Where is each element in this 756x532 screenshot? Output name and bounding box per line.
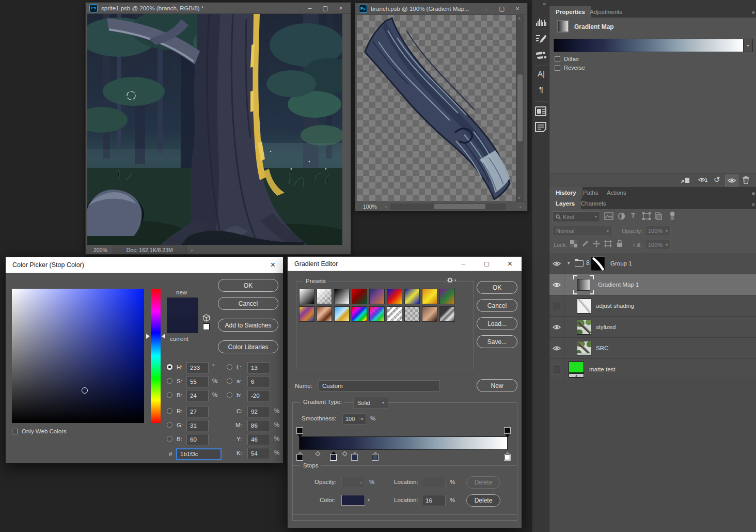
layer-row-group1[interactable]: ▾ 8 Group 1 xyxy=(549,253,756,274)
color-field[interactable] xyxy=(12,289,144,423)
color-stop-0[interactable] xyxy=(297,455,303,460)
b-radio[interactable] xyxy=(167,392,172,398)
visibility-toggle[interactable] xyxy=(549,359,564,380)
r-input[interactable]: 27 xyxy=(186,406,209,417)
filter-toggle[interactable] xyxy=(669,211,675,222)
gradient-preset-swatch[interactable] xyxy=(317,289,332,304)
load-button[interactable]: Load... xyxy=(477,317,517,330)
dither-checkbox[interactable] xyxy=(555,56,560,62)
b2-input[interactable]: 60 xyxy=(186,434,209,445)
character-panel-icon[interactable]: A| xyxy=(532,69,550,82)
layer-comps-panel-icon[interactable] xyxy=(535,106,547,119)
doc-info[interactable]: Doc: 162.1K/8.23M xyxy=(113,245,187,254)
layer-thumbnail[interactable] xyxy=(577,341,591,356)
visibility-toggle[interactable] xyxy=(549,274,564,295)
tab-channels[interactable]: Channels xyxy=(575,198,612,209)
panel-menu-icon[interactable]: ≡ xyxy=(752,201,754,207)
gradient-picker-dropdown[interactable]: ▾ xyxy=(744,39,753,52)
g-radio[interactable] xyxy=(167,422,172,428)
hidden-eye-checkbox[interactable] xyxy=(554,303,560,309)
gradient-preset-swatch[interactable] xyxy=(334,289,350,304)
l-input[interactable]: 13 xyxy=(247,362,270,373)
new-button[interactable]: New xyxy=(477,379,517,392)
gradient-preview-bar[interactable] xyxy=(299,436,508,450)
gradient-preset-swatch[interactable] xyxy=(387,306,402,322)
layer-row-src[interactable]: SRC xyxy=(549,338,756,359)
gradient-map-preview-bar[interactable] xyxy=(554,39,744,52)
layer-row-stylized[interactable]: stylized xyxy=(549,317,756,338)
close-button[interactable]: × xyxy=(510,3,525,14)
add-to-swatches-button[interactable]: Add to Swatches xyxy=(218,319,278,332)
layer-thumbnail[interactable] xyxy=(577,320,591,335)
lock-transparency-icon[interactable] xyxy=(570,240,577,248)
color-field-marker[interactable] xyxy=(82,387,88,394)
canvas-sprite1[interactable] xyxy=(87,14,342,246)
layer-name[interactable]: matte test xyxy=(589,366,616,372)
histogram-panel-icon[interactable] xyxy=(535,13,547,26)
a-input[interactable]: 6 xyxy=(247,376,270,387)
fill-dropdown[interactable]: 100% ▾ xyxy=(645,240,671,250)
gamut-warning-cube-icon[interactable] xyxy=(202,314,210,323)
layer-filter-kind-dropdown[interactable]: Kind ▾ xyxy=(553,211,600,222)
color-stop-26[interactable] xyxy=(352,455,357,460)
gradient-preset-swatch[interactable] xyxy=(352,306,367,322)
window-titlebar[interactable]: Ps branch.psb @ 100% (Gradient Map... – … xyxy=(355,3,527,14)
layer-name[interactable]: Group 1 xyxy=(610,260,632,267)
color-stop-16-selected[interactable] xyxy=(330,455,336,460)
layer-name[interactable]: SRC xyxy=(596,345,608,351)
b-lab-input[interactable]: -20 xyxy=(247,390,270,401)
color-stop-36[interactable] xyxy=(372,455,378,460)
reset-adjustment-icon[interactable]: ↺ xyxy=(714,175,720,184)
layer-thumbnail[interactable] xyxy=(569,362,584,373)
gradient-preset-swatch[interactable] xyxy=(404,306,420,322)
gradient-map-thumbnail[interactable] xyxy=(577,279,590,291)
notes-panel-icon[interactable] xyxy=(535,122,547,134)
gamut-clip-swatch[interactable] xyxy=(203,323,210,330)
window-titlebar[interactable]: Ps sprite1.psb @ 200% (branch, RGB/8) * … xyxy=(86,3,351,14)
scroll-up-icon[interactable]: ˄ xyxy=(518,16,521,21)
color-libraries-button[interactable]: Color Libraries xyxy=(218,340,278,353)
view-previous-state-icon[interactable] xyxy=(698,176,708,185)
reverse-checkbox[interactable] xyxy=(555,65,560,71)
name-input[interactable]: Custom xyxy=(319,380,440,392)
horizontal-scrollbar[interactable] xyxy=(390,204,506,210)
layer-thumbnail[interactable] xyxy=(577,299,591,314)
hue-slider[interactable] xyxy=(151,289,161,423)
lock-artboard-icon[interactable] xyxy=(604,240,612,248)
paragraph-panel-icon[interactable]: ¶ xyxy=(532,85,550,97)
gradient-preset-swatch[interactable] xyxy=(387,289,402,304)
maximize-button[interactable]: ▢ xyxy=(318,3,333,14)
layer-name[interactable]: adjust shading xyxy=(596,303,634,309)
save-button[interactable]: Save... xyxy=(477,335,517,348)
lock-image-icon[interactable] xyxy=(581,240,589,248)
hue-slider-right-arrow[interactable] xyxy=(162,334,165,339)
c-input[interactable]: 92 xyxy=(247,406,270,417)
s-input[interactable]: 55 xyxy=(186,376,209,387)
gradient-preset-swatch[interactable] xyxy=(422,306,437,322)
layer-row-gradient-map1[interactable]: Gradient Map 1 xyxy=(549,274,756,295)
gradient-preset-swatch[interactable] xyxy=(369,289,385,304)
opacity-stop[interactable] xyxy=(505,428,510,433)
b2-radio[interactable] xyxy=(167,436,172,442)
panel-menu-icon[interactable]: ≡ xyxy=(752,10,754,15)
layer-row-adjust-shading[interactable]: adjust shading xyxy=(549,295,756,317)
lock-position-icon[interactable] xyxy=(593,240,600,248)
minimize-button[interactable]: – xyxy=(302,3,318,14)
collapse-panels-icon[interactable]: « xyxy=(543,1,546,7)
dialog-titlebar[interactable]: Color Picker (Stop Color) × xyxy=(6,257,283,273)
zoom-level[interactable]: 200% xyxy=(86,247,113,253)
close-icon[interactable]: × xyxy=(498,259,522,269)
m-input[interactable]: 86 xyxy=(247,420,270,431)
stop-color-dropdown-icon[interactable]: ▾ xyxy=(368,498,370,503)
toggle-visibility-button[interactable] xyxy=(725,175,738,186)
stop-location-input2[interactable]: 16 xyxy=(422,495,446,506)
h-input[interactable]: 233 xyxy=(186,362,209,373)
visibility-toggle[interactable] xyxy=(549,338,564,359)
ok-button[interactable]: OK xyxy=(477,281,517,294)
group-expand-chevron-icon[interactable]: ▾ xyxy=(568,260,570,265)
hidden-eye-checkbox[interactable] xyxy=(554,366,560,373)
close-icon[interactable]: × xyxy=(271,260,283,270)
scroll-down-icon[interactable]: ˅ xyxy=(518,195,521,200)
visibility-toggle[interactable] xyxy=(549,253,564,274)
cancel-button[interactable]: Cancel xyxy=(218,297,278,310)
